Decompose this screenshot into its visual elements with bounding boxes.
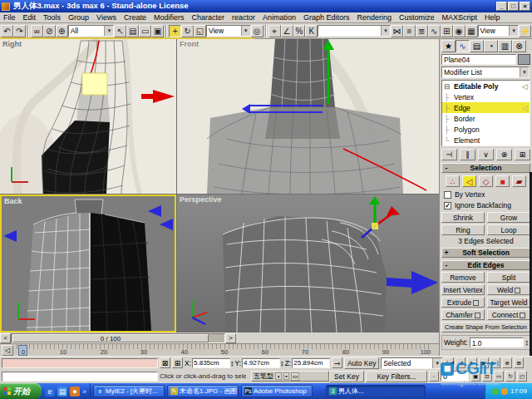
angle-snap-icon[interactable]: ∠: [281, 25, 293, 37]
create-shape-button[interactable]: Create Shape From Selection: [441, 322, 530, 332]
menu-edit[interactable]: Edit: [23, 13, 37, 22]
key-mode-dropdown[interactable]: Selected ▼: [381, 357, 442, 369]
select-and-rotate-icon[interactable]: ↻: [181, 25, 194, 37]
viewport-label[interactable]: Perspective: [180, 195, 222, 204]
go-to-start-icon[interactable]: ❘◀: [444, 357, 454, 368]
split-button[interactable]: Split: [487, 272, 530, 283]
quick-render-icon[interactable]: ⚡: [519, 25, 531, 37]
hierarchy-tab-icon[interactable]: ▤: [470, 40, 484, 52]
select-and-link-icon[interactable]: ∞: [31, 25, 43, 37]
extrude-button[interactable]: Extrude: [441, 297, 485, 308]
border-mode-icon[interactable]: ◇: [479, 175, 493, 187]
viewport-right[interactable]: Right: [0, 39, 176, 194]
use-pivot-center-icon[interactable]: ◎: [251, 25, 264, 37]
selection-filter-dropdown[interactable]: All ▼: [68, 25, 115, 37]
select-and-scale-icon[interactable]: ◱: [194, 25, 206, 37]
maximize-button[interactable]: □: [508, 2, 519, 11]
start-button[interactable]: 开始: [0, 383, 42, 399]
loop-button[interactable]: Loop: [487, 224, 530, 235]
select-object-icon[interactable]: ↖: [114, 25, 126, 37]
x-coordinate-field[interactable]: 5.835cm: [192, 358, 230, 368]
vertex-mode-icon[interactable]: ∴: [446, 175, 460, 187]
menu-modifiers[interactable]: Modifiers: [154, 13, 185, 22]
edit-edges-rollout-header[interactable]: - Edit Edges: [441, 260, 530, 270]
weld-button[interactable]: Weld: [487, 284, 530, 295]
spinner-down-icon[interactable]: ▾: [281, 363, 283, 367]
make-unique-icon[interactable]: ∨: [478, 149, 494, 160]
absolute-offset-icon[interactable]: ⊞: [172, 357, 183, 368]
object-color-swatch[interactable]: [518, 54, 530, 65]
current-frame-field[interactable]: 0: [441, 371, 469, 382]
layer-manager-icon[interactable]: ≣: [416, 25, 428, 37]
taskbar-item-3dsmax[interactable]: 3 男人体...: [326, 385, 426, 397]
set-key-button[interactable]: Set Key: [329, 371, 364, 382]
connect-settings-icon[interactable]: [520, 313, 525, 318]
ime-toolbar[interactable]: 五笔型 ◗ ▪ ▭: [251, 371, 329, 382]
taskbar-item-photoshop[interactable]: Ps Adobe Photoshop: [241, 385, 313, 397]
material-editor-icon[interactable]: ◉: [453, 25, 466, 37]
polygon-mode-icon[interactable]: ■: [495, 175, 510, 187]
modify-tab-icon[interactable]: ∿: [456, 40, 470, 52]
curve-editor-icon[interactable]: ∿: [428, 25, 441, 37]
spinner-down-icon[interactable]: ▾: [231, 363, 234, 367]
quick-launch-media-icon[interactable]: ●: [70, 387, 80, 397]
x-spinner[interactable]: ▴▾: [231, 360, 234, 367]
quick-launch-desktop-icon[interactable]: ▤: [57, 387, 67, 397]
insert-vertex-button[interactable]: Insert Vertex: [441, 284, 485, 295]
arc-rotate-icon[interactable]: ↻: [505, 371, 515, 382]
ignore-backfacing-checkbox[interactable]: ✓: [444, 202, 451, 209]
target-weld-button[interactable]: Target Weld: [487, 297, 530, 308]
element-mode-icon[interactable]: ▰: [512, 175, 526, 187]
zoom-extents-all-icon[interactable]: ⊡: [482, 371, 492, 382]
connect-button[interactable]: Connect: [487, 309, 530, 320]
snap-toggle-icon[interactable]: ⌖: [268, 25, 281, 37]
pan-icon[interactable]: ▭: [494, 371, 504, 382]
chamfer-button[interactable]: Chamfer: [441, 309, 485, 320]
y-spinner[interactable]: ▴▾: [281, 360, 283, 367]
listener-line[interactable]: [2, 372, 158, 382]
utilities-tab-icon[interactable]: ⊗: [512, 40, 526, 52]
viewport-label[interactable]: Back: [4, 197, 22, 205]
chamfer-settings-icon[interactable]: [475, 313, 480, 318]
play-icon[interactable]: ▶: [467, 357, 477, 368]
render-type-dropdown[interactable]: View ▼: [478, 25, 520, 37]
min-max-toggle-icon[interactable]: ◰: [517, 371, 527, 382]
stack-item-element[interactable]: └ Element: [442, 135, 530, 145]
viewport-back-active[interactable]: Back: [0, 195, 176, 332]
viewport-front[interactable]: Front: [177, 39, 439, 194]
track-bar-ruler[interactable]: ◁ 0 10 20 30 40 50 60 70 80 90 100: [0, 343, 439, 356]
show-end-result-icon[interactable]: ∥: [460, 149, 475, 160]
weld-settings-icon[interactable]: [515, 288, 520, 293]
modifier-list-dropdown[interactable]: Modifier List ▼: [441, 66, 530, 78]
selection-rollout-header[interactable]: - Selection: [441, 163, 530, 173]
percent-snap-icon[interactable]: %: [293, 25, 306, 37]
reference-coordinate-dropdown[interactable]: View ▼: [206, 25, 251, 37]
zoom-icon[interactable]: ⊕: [502, 357, 512, 368]
viewport-perspective[interactable]: Perspective: [177, 195, 439, 332]
object-name-field[interactable]: Plane04: [441, 54, 516, 65]
menu-tools[interactable]: Tools: [43, 13, 61, 22]
menu-customize[interactable]: Customize: [399, 13, 435, 22]
auto-key-button[interactable]: Auto Key: [344, 357, 379, 369]
display-tab-icon[interactable]: ▥: [498, 40, 512, 52]
keyboard-override-icon[interactable]: K: [305, 25, 318, 37]
unlink-selection-icon[interactable]: ⊘: [43, 25, 56, 37]
menu-group[interactable]: Group: [68, 13, 89, 22]
go-to-end-icon[interactable]: ▶❘: [490, 357, 500, 368]
select-and-move-icon[interactable]: +: [169, 25, 181, 37]
pin-stack-icon[interactable]: ⊣: [441, 149, 457, 160]
align-icon[interactable]: ≡: [403, 25, 416, 37]
next-frame-arrow[interactable]: >: [225, 333, 236, 343]
weight-field[interactable]: 1.0: [470, 337, 525, 347]
menu-character[interactable]: Character: [191, 13, 224, 22]
redo-icon[interactable]: ↷: [13, 25, 26, 37]
viewport-label[interactable]: Right: [2, 40, 22, 48]
viewport-label[interactable]: Front: [180, 40, 199, 48]
key-filters-button[interactable]: Key Filters...: [366, 371, 427, 382]
rectangular-selection-region-icon[interactable]: ▭: [139, 25, 151, 37]
taskbar-item-myie2[interactable]: e MyIE2 - [火星时...: [93, 385, 165, 397]
close-button[interactable]: ×: [520, 2, 530, 11]
zoom-extents-icon[interactable]: ▣: [470, 371, 480, 382]
stack-item-polygon[interactable]: ├ Polygon: [442, 124, 530, 135]
taskbar-item-paint[interactable]: ✎ 未命名1.JPG - 画图: [167, 385, 239, 397]
